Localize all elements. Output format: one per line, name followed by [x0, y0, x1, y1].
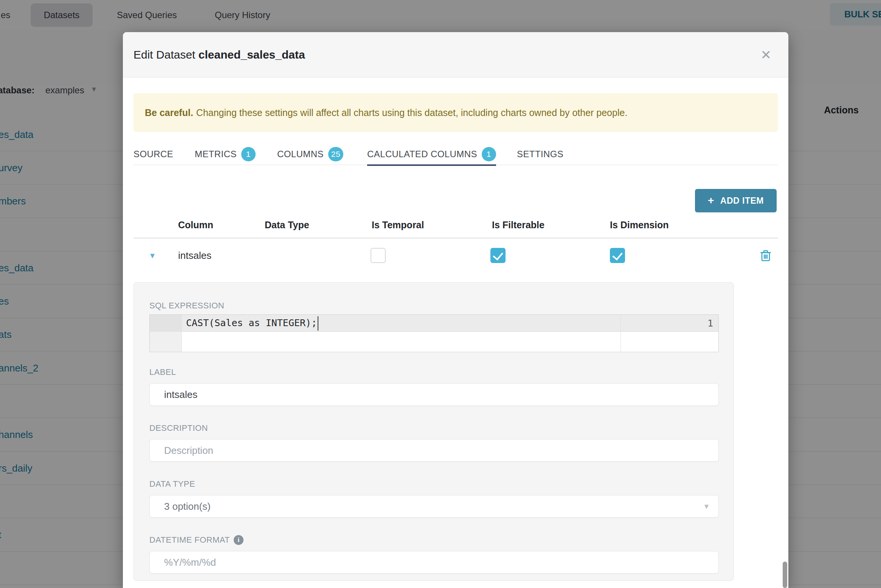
column-name: intsales [178, 250, 211, 262]
header-column: Column [178, 220, 213, 231]
add-item-label: ADD ITEM [720, 196, 764, 206]
editor-gutter-active [150, 315, 182, 332]
add-item-button[interactable]: + ADD ITEM [695, 189, 777, 212]
metrics-count-badge: 1 [241, 147, 256, 161]
add-item-row: + ADD ITEM [133, 189, 778, 212]
data-type-field-label: DATA TYPE [149, 479, 718, 489]
header-is-temporal: Is Temporal [372, 220, 424, 231]
tab-columns[interactable]: COLUMNS 25 [277, 144, 343, 165]
info-icon[interactable]: i [234, 535, 244, 545]
editor-cursor [318, 316, 318, 331]
description-field-label: DESCRIPTION [149, 423, 718, 433]
calculated-columns-count-badge: 1 [482, 147, 496, 161]
calculated-columns-grid: Column Data Type Is Temporal Is Filterab… [133, 212, 778, 581]
datetime-format-field-label: DATETIME FORMAT i [149, 535, 718, 545]
modal-title-dataset-name: cleaned_sales_data [199, 48, 305, 61]
description-input[interactable] [149, 439, 719, 462]
editor-line-number: 1 [707, 318, 713, 329]
label-field: LABEL [149, 367, 718, 406]
description-field: DESCRIPTION [149, 423, 718, 462]
is-temporal-checkbox[interactable] [371, 248, 386, 263]
columns-count-badge: 25 [328, 147, 343, 161]
data-type-select[interactable]: 3 option(s) ▾ [149, 495, 719, 518]
select-caret-icon: ▾ [704, 501, 709, 511]
data-type-field: DATA TYPE 3 option(s) ▾ [149, 479, 718, 518]
modal-tabs: SOURCE METRICS 1 COLUMNS 25 CALCULATED C… [133, 144, 778, 165]
grid-header: Column Data Type Is Temporal Is Filterab… [133, 212, 778, 237]
header-is-filterable: Is Filterable [492, 220, 544, 231]
warning-banner-bold: Be careful. [145, 107, 193, 118]
header-is-dimension: Is Dimension [610, 220, 669, 231]
sql-expression-label: SQL EXPRESSION [149, 301, 718, 311]
trash-icon[interactable] [760, 249, 771, 262]
header-data-type: Data Type [265, 220, 309, 231]
label-input[interactable] [149, 383, 719, 406]
is-dimension-checkbox[interactable] [610, 248, 625, 263]
column-row-intsales: ▾ intsales [133, 239, 778, 272]
sql-expression-editor[interactable]: 1 CAST(Sales as INTEGER); [149, 314, 719, 352]
column-detail-panel: SQL EXPRESSION 1 CAST(Sales as INTEGER);… [133, 282, 734, 581]
modal-title-prefix: Edit Dataset [133, 48, 195, 61]
close-icon[interactable]: ✕ [761, 48, 772, 61]
modal-title: Edit Dataset cleaned_sales_data [133, 48, 305, 61]
label-field-label: LABEL [149, 367, 718, 377]
is-filterable-checkbox[interactable] [490, 248, 506, 263]
modal-scrollbar[interactable] [783, 562, 787, 588]
warning-banner-text: Changing these settings will affect all … [196, 107, 628, 118]
plus-icon: + [708, 195, 714, 207]
collapse-caret-icon[interactable]: ▾ [150, 250, 155, 261]
modal-body: Be careful. Changing these settings will… [123, 93, 788, 581]
tab-source[interactable]: SOURCE [133, 144, 173, 165]
screen: es Datasets Saved Queries Query History … [0, 0, 881, 588]
tab-calculated-columns[interactable]: CALCULATED COLUMNS 1 [367, 144, 496, 165]
editor-print-margin [620, 315, 621, 352]
warning-banner: Be careful. Changing these settings will… [133, 93, 778, 132]
tab-settings[interactable]: SETTINGS [517, 144, 563, 165]
tab-metrics[interactable]: METRICS 1 [195, 144, 256, 165]
datetime-format-input[interactable] [149, 551, 719, 574]
edit-dataset-modal: Edit Dataset cleaned_sales_data ✕ Be car… [123, 32, 788, 588]
datetime-format-field: DATETIME FORMAT i [149, 535, 718, 574]
modal-header: Edit Dataset cleaned_sales_data ✕ [123, 32, 788, 77]
data-type-selected-value: 3 option(s) [164, 501, 211, 512]
sql-code: CAST(Sales as INTEGER); [186, 317, 317, 328]
